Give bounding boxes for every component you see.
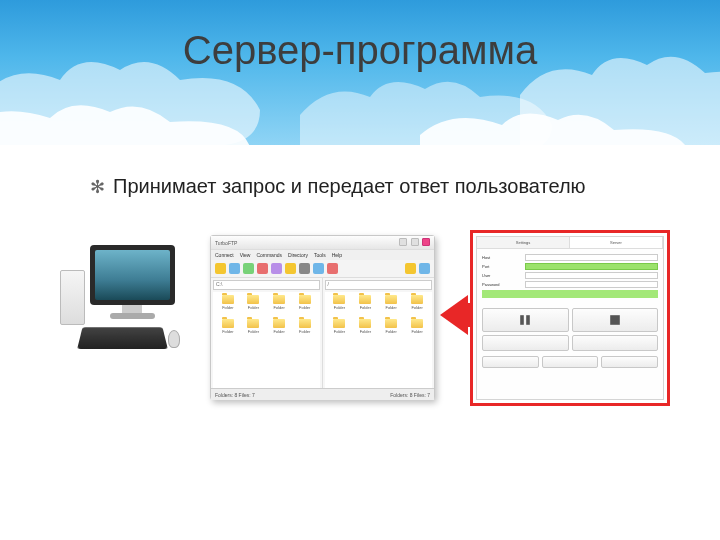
menu-item: Connect (215, 252, 234, 258)
field-input (525, 272, 658, 279)
folder-item: Folder (405, 319, 429, 341)
keyboard-icon (77, 327, 168, 349)
remote-folder-grid: Folder Folder Folder Folder Folder Folde… (325, 292, 433, 388)
svg-rect-1 (526, 315, 530, 325)
pause-icon (519, 314, 531, 326)
folder-item: Folder (353, 295, 377, 317)
field-row: Host (482, 254, 658, 261)
progress-bar (482, 290, 658, 298)
window-controls (397, 238, 430, 247)
toolbar-icon (327, 263, 338, 274)
folder-icon (411, 295, 423, 304)
field-input (525, 281, 658, 288)
folder-item: Folder (328, 295, 352, 317)
folder-item: Folder (379, 319, 403, 341)
folder-icon (222, 295, 234, 304)
local-folder-grid: Folder Folder Folder Folder Folder Folde… (213, 292, 320, 388)
server-fields: Host Port User Password (477, 249, 663, 303)
monitor-icon (90, 245, 175, 305)
server-tabs: Settings Server (477, 237, 663, 249)
toolbar-icon (257, 263, 268, 274)
toolbar-icon (419, 263, 430, 274)
server-tab: Server (570, 237, 663, 248)
small-button (542, 356, 599, 368)
monitor-base (110, 313, 155, 319)
stop-button (572, 308, 659, 332)
folder-item: Folder (267, 319, 291, 341)
toolbar-icon (299, 263, 310, 274)
remote-pane: / Folder Folder Folder Folder Folder Fol… (323, 278, 435, 388)
arrow-head-icon (440, 295, 468, 335)
field-label: Password (482, 282, 522, 287)
local-path: C:\ (213, 280, 320, 290)
maximize-icon (411, 238, 419, 246)
folder-item: Folder (328, 319, 352, 341)
folder-item: Folder (216, 295, 240, 317)
monitor-screen (95, 250, 170, 300)
small-button (601, 356, 658, 368)
field-label: Host (482, 255, 522, 260)
mouse-icon (168, 330, 180, 348)
bullet-text: Принимает запрос и передает ответ пользо… (113, 175, 586, 197)
window-body: C:\ Folder Folder Folder Folder Folder F… (211, 278, 434, 388)
field-label: Port (482, 264, 522, 269)
ftp-client-window: TurboFTP Connect View Commands Directory… (210, 235, 435, 400)
window-titlebar: TurboFTP (211, 236, 434, 250)
folder-icon (411, 319, 423, 328)
folder-icon (273, 319, 285, 328)
field-input (525, 263, 658, 270)
toolbar-icon (285, 263, 296, 274)
folder-icon (333, 319, 345, 328)
bullet-star-icon: ✻ (90, 177, 105, 197)
status-left: Folders: 8 Files: 7 (215, 392, 255, 398)
menu-item: Tools (314, 252, 326, 258)
folder-icon (299, 295, 311, 304)
field-row: User (482, 272, 658, 279)
local-pane: C:\ Folder Folder Folder Folder Folder F… (211, 278, 323, 388)
window-menubar: Connect View Commands Directory Tools He… (211, 250, 434, 260)
folder-item: Folder (242, 295, 266, 317)
status-right: Folders: 8 Files: 7 (390, 392, 430, 398)
window-title: TurboFTP (215, 240, 237, 246)
menu-item: Directory (288, 252, 308, 258)
stop-icon (609, 314, 621, 326)
toolbar-icon (215, 263, 226, 274)
server-tab: Settings (477, 237, 570, 248)
server-big-buttons (477, 305, 663, 354)
folder-icon (273, 295, 285, 304)
folder-item: Folder (353, 319, 377, 341)
minimize-icon (399, 238, 407, 246)
slide-bullet: ✻Принимает запрос и передает ответ польз… (90, 175, 586, 198)
toolbar-icon (405, 263, 416, 274)
folder-icon (385, 295, 397, 304)
menu-item: View (240, 252, 251, 258)
toolbar-icon (229, 263, 240, 274)
field-input (525, 254, 658, 261)
field-label: User (482, 273, 522, 278)
toolbar-icon (271, 263, 282, 274)
action-button (572, 335, 659, 351)
svg-rect-0 (520, 315, 524, 325)
folder-icon (385, 319, 397, 328)
folder-icon (247, 319, 259, 328)
menu-item: Help (332, 252, 342, 258)
folder-icon (359, 295, 371, 304)
window-statusbar: Folders: 8 Files: 7 Folders: 8 Files: 7 (211, 388, 434, 400)
menu-item: Commands (256, 252, 282, 258)
folder-icon (333, 295, 345, 304)
pause-button (482, 308, 569, 332)
toolbar-icon (243, 263, 254, 274)
toolbar-icon (313, 263, 324, 274)
folder-item: Folder (379, 295, 403, 317)
folder-item: Folder (267, 295, 291, 317)
computer-illustration (60, 245, 180, 395)
folder-item: Folder (242, 319, 266, 341)
folder-item: Folder (293, 319, 317, 341)
svg-rect-2 (610, 315, 620, 325)
server-bottom-row (477, 354, 663, 370)
field-row: Port (482, 263, 658, 270)
folder-icon (299, 319, 311, 328)
window-toolbar (211, 260, 434, 278)
slide-title: Сервер-программа (0, 28, 720, 73)
field-row: Password (482, 281, 658, 288)
